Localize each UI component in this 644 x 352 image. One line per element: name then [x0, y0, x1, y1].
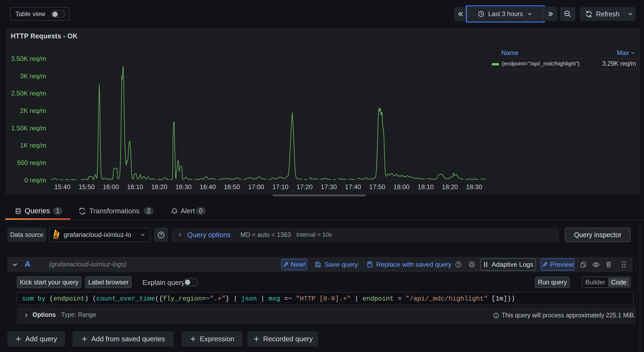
svg-text:16:30: 16:30	[175, 183, 192, 190]
svg-text:18:00: 18:00	[393, 183, 409, 190]
svg-text:18:10: 18:10	[418, 183, 434, 190]
svg-text:2.50K req/m: 2.50K req/m	[11, 90, 46, 97]
svg-text:16:20: 16:20	[151, 183, 167, 190]
svg-text:1.50K req/m: 1.50K req/m	[11, 124, 46, 132]
svg-text:17:00: 17:00	[248, 183, 264, 190]
svg-text:2K req/m: 2K req/m	[20, 107, 46, 114]
svg-text:3K req/m: 3K req/m	[20, 72, 46, 80]
svg-text:15:40: 15:40	[54, 183, 70, 190]
svg-text:18:20: 18:20	[442, 183, 458, 190]
svg-text:16:40: 16:40	[200, 183, 216, 190]
svg-text:16:00: 16:00	[103, 183, 119, 190]
svg-text:1K req/m: 1K req/m	[20, 142, 46, 149]
svg-text:17:30: 17:30	[321, 183, 337, 190]
svg-text:3.50K req/m: 3.50K req/m	[11, 55, 46, 62]
svg-text:17:40: 17:40	[345, 183, 361, 190]
svg-text:16:10: 16:10	[127, 183, 143, 190]
svg-text:500 req/m: 500 req/m	[17, 159, 46, 166]
svg-text:17:10: 17:10	[272, 183, 288, 190]
svg-text:15:50: 15:50	[79, 183, 95, 190]
svg-text:17:20: 17:20	[297, 183, 313, 190]
svg-text:17:50: 17:50	[369, 183, 385, 190]
svg-text:16:50: 16:50	[224, 183, 240, 190]
svg-text:18:30: 18:30	[466, 183, 482, 190]
svg-text:0 req/m: 0 req/m	[24, 177, 46, 184]
